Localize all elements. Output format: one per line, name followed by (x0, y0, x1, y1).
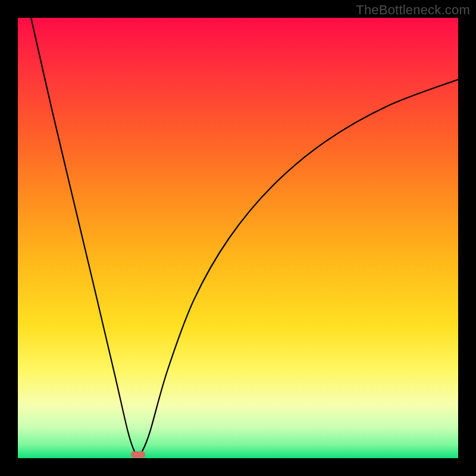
optimum-marker (131, 452, 145, 458)
bottleneck-chart (0, 0, 476, 476)
plot-background (18, 18, 458, 458)
chart-frame: TheBottleneck.com (0, 0, 476, 476)
watermark-text: TheBottleneck.com (356, 2, 470, 18)
